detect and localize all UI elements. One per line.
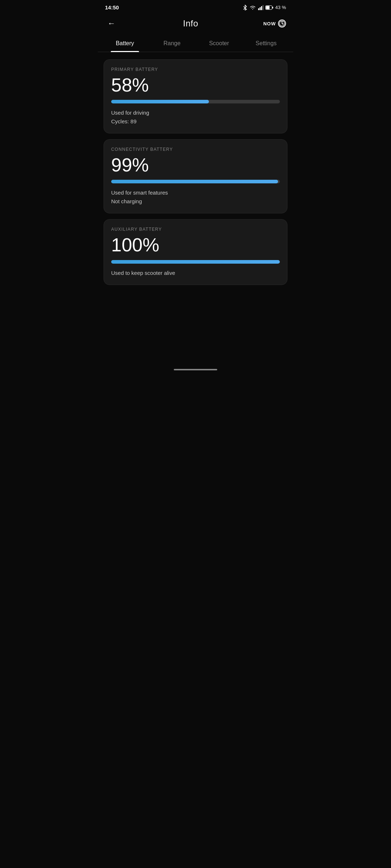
svg-rect-3: [262, 5, 264, 10]
tab-battery[interactable]: Battery: [101, 36, 148, 52]
now-button[interactable]: NOW: [263, 20, 286, 27]
connectivity-battery-info-line1: Used for smart features: [111, 188, 280, 197]
primary-battery-card: PRIMARY BATTERY 58% Used for driving Cyc…: [104, 59, 287, 133]
battery-percent-text: 43 %: [275, 5, 286, 10]
primary-battery-info-line2: Cycles: 89: [111, 117, 280, 126]
auxiliary-battery-progress-container: [111, 260, 280, 264]
auxiliary-battery-card: AUXILIARY BATTERY 100% Used to keep scoo…: [104, 219, 287, 285]
now-label: NOW: [263, 21, 276, 26]
svg-rect-2: [261, 6, 262, 10]
auxiliary-battery-progress-fill: [111, 260, 280, 264]
primary-battery-progress-container: [111, 100, 280, 103]
bluetooth-icon: [243, 5, 248, 10]
back-arrow-icon: ←: [108, 19, 115, 28]
svg-rect-5: [272, 7, 273, 8]
svg-rect-1: [260, 7, 261, 10]
connectivity-battery-info-line2: Not charging: [111, 197, 280, 206]
home-indicator: [174, 369, 217, 370]
primary-battery-percentage: 58%: [111, 75, 280, 95]
tab-scooter[interactable]: Scooter: [196, 36, 243, 52]
auxiliary-battery-info: Used to keep scooter alive: [111, 269, 280, 277]
tab-range[interactable]: Range: [148, 36, 196, 52]
wifi-icon: [249, 5, 256, 10]
svg-rect-6: [266, 6, 270, 9]
status-bar: 14:50 43 %: [98, 0, 293, 13]
status-time: 14:50: [105, 4, 119, 10]
back-button[interactable]: ←: [105, 17, 118, 30]
connectivity-battery-progress-container: [111, 180, 280, 183]
header: ← Info NOW: [98, 13, 293, 36]
svg-point-7: [279, 21, 285, 26]
connectivity-battery-progress-fill: [111, 180, 278, 183]
page-title: Info: [183, 18, 198, 29]
signal-icon: [258, 5, 264, 10]
tab-settings[interactable]: Settings: [243, 36, 290, 52]
auxiliary-battery-info-line1: Used to keep scooter alive: [111, 269, 280, 277]
connectivity-battery-info: Used for smart features Not charging: [111, 188, 280, 206]
auxiliary-battery-label: AUXILIARY BATTERY: [111, 227, 280, 232]
device-battery-icon: [265, 5, 273, 10]
primary-battery-info-line1: Used for driving: [111, 109, 280, 117]
connectivity-battery-label: CONNECTIVITY BATTERY: [111, 147, 280, 152]
connectivity-battery-card: CONNECTIVITY BATTERY 99% Used for smart …: [104, 139, 287, 213]
status-icons: 43 %: [243, 5, 286, 10]
battery-content: PRIMARY BATTERY 58% Used for driving Cyc…: [98, 55, 293, 289]
tabs-container: Battery Range Scooter Settings: [98, 36, 293, 52]
primary-battery-label: PRIMARY BATTERY: [111, 67, 280, 72]
auxiliary-battery-percentage: 100%: [111, 235, 280, 255]
primary-battery-progress-fill: [111, 100, 209, 103]
connectivity-battery-percentage: 99%: [111, 155, 280, 175]
clock-icon: [278, 20, 286, 27]
svg-rect-0: [258, 8, 259, 10]
primary-battery-info: Used for driving Cycles: 89: [111, 109, 280, 126]
